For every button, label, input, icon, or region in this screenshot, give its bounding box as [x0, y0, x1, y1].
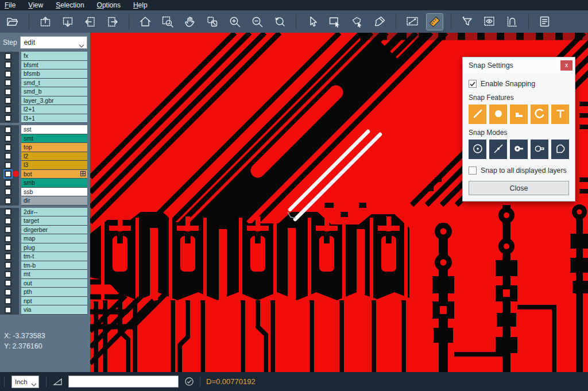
layer-visibility-checkbox[interactable]	[5, 208, 11, 215]
snap-pad-entry-button[interactable]	[510, 140, 528, 159]
layer-name[interactable]: via	[21, 305, 87, 315]
layer-visibility-checkbox[interactable]	[5, 262, 11, 269]
shift-left-button[interactable]	[82, 14, 98, 30]
dialog-close-icon[interactable]: x	[560, 60, 572, 71]
ruler-button[interactable]	[427, 14, 443, 30]
select-rect-button[interactable]	[327, 14, 343, 30]
enable-snapping-checkbox[interactable]	[469, 80, 477, 88]
layer-visibility-checkbox[interactable]	[5, 126, 11, 133]
layer-name[interactable]: out	[21, 279, 87, 288]
layer-name[interactable]: bfsmt	[21, 61, 87, 70]
layer-visibility-checkbox[interactable]	[5, 53, 11, 60]
layer-name[interactable]: smt	[21, 134, 87, 144]
layer-name[interactable]: layer_3.gbr	[21, 96, 87, 106]
layer-name[interactable]: l3	[21, 161, 87, 170]
layer-visibility-checkbox[interactable]	[5, 115, 11, 122]
layer-visibility-checkbox[interactable]	[5, 226, 11, 233]
layer-name[interactable]: 2dir--	[21, 208, 87, 217]
menu-file[interactable]: File	[5, 1, 16, 9]
unit-select[interactable]: Inch	[11, 375, 39, 388]
layer-name[interactable]: fx	[21, 52, 87, 61]
layer-visibility-checkbox[interactable]	[5, 61, 11, 68]
layer-name[interactable]: l3+1	[21, 114, 87, 123]
layer-name[interactable]: tm-t	[21, 252, 87, 261]
layer-visibility-checkbox[interactable]	[5, 79, 11, 86]
all-layers-row[interactable]: Snap to all displayed layers	[469, 167, 569, 175]
snap-pad-exit-button[interactable]	[531, 140, 548, 159]
enable-snapping-row[interactable]: Enable Snapping	[469, 80, 569, 88]
pad-feature-button[interactable]	[489, 104, 507, 124]
layer-grid-icon[interactable]	[80, 171, 86, 176]
menu-options[interactable]: Options	[97, 1, 121, 9]
close-button[interactable]: Close	[469, 181, 569, 195]
layer-visibility-checkbox[interactable]	[5, 244, 11, 251]
layer-name[interactable]: smd_b	[21, 87, 87, 96]
pan-button[interactable]	[182, 14, 198, 30]
layer-visibility-checkbox[interactable]	[5, 171, 11, 177]
layer-visibility-checkbox[interactable]	[5, 71, 11, 78]
layer-name[interactable]: target	[21, 216, 87, 226]
menu-view[interactable]: View	[28, 1, 43, 9]
dialog-title-bar[interactable]: Snap Settings x	[463, 57, 575, 73]
layer-visibility-checkbox[interactable]	[5, 271, 11, 278]
layer-visibility-checkbox[interactable]	[5, 297, 11, 304]
layer-name[interactable]: tm-b	[21, 261, 87, 270]
snap-contour-button[interactable]	[551, 140, 569, 159]
layer-visibility-checkbox[interactable]	[5, 97, 11, 104]
layer-name[interactable]: bfsmb	[21, 69, 87, 79]
layer-visibility-checkbox[interactable]	[5, 218, 11, 224]
menu-help[interactable]: Help	[133, 1, 148, 9]
clean-button[interactable]	[372, 14, 388, 30]
layer-visibility-checkbox[interactable]	[5, 180, 11, 187]
shift-down-button[interactable]	[60, 14, 76, 30]
layer-name[interactable]: ssb	[21, 188, 87, 197]
layer-name[interactable]: dir	[21, 196, 87, 206]
snap-midpoint-button[interactable]	[489, 140, 507, 159]
layer-visibility-checkbox[interactable]	[5, 88, 11, 95]
surface-feature-button[interactable]	[510, 104, 528, 124]
layer-name[interactable]: bot	[21, 170, 87, 179]
home-view-button[interactable]	[137, 14, 153, 30]
layer-name[interactable]: l2+1	[21, 105, 87, 114]
zoom-out-button[interactable]	[249, 14, 265, 30]
layer-visibility-checkbox[interactable]	[5, 135, 11, 142]
shift-right-button[interactable]	[105, 14, 121, 30]
measure-distance-button[interactable]	[404, 14, 420, 30]
layer-name[interactable]: map	[21, 234, 87, 243]
layer-name[interactable]: l2	[21, 152, 87, 161]
layer-visibility-checkbox[interactable]	[5, 289, 11, 296]
move-object-button[interactable]	[204, 14, 220, 30]
arc-feature-button[interactable]	[531, 104, 548, 124]
shift-up-button[interactable]	[37, 14, 53, 30]
open-folder-button[interactable]	[5, 14, 21, 30]
text-feature-button[interactable]	[551, 104, 569, 124]
layer-name[interactable]: smd_t	[21, 79, 87, 88]
layer-name[interactable]: pth	[21, 288, 87, 297]
snap-center-button[interactable]	[469, 140, 486, 159]
layer-visibility-checkbox[interactable]	[5, 198, 11, 204]
layer-name[interactable]: npt	[21, 297, 87, 306]
layer-name[interactable]: plug	[21, 243, 87, 253]
menu-selection[interactable]: Selection	[56, 1, 84, 9]
layer-visibility-checkbox[interactable]	[5, 235, 11, 242]
step-select[interactable]: edit	[20, 36, 87, 49]
select-cursor-button[interactable]	[304, 14, 320, 30]
layer-visibility-checkbox[interactable]	[5, 280, 11, 287]
filter-button[interactable]	[459, 14, 475, 30]
measure-input[interactable]	[68, 375, 179, 388]
layer-name[interactable]: smb	[21, 179, 87, 188]
layer-name[interactable]: mt	[21, 270, 87, 279]
select-polygon-button[interactable]	[349, 14, 365, 30]
apply-check-icon[interactable]	[184, 377, 194, 386]
layer-name[interactable]: sst	[21, 125, 87, 134]
layer-visibility-checkbox[interactable]	[5, 188, 11, 195]
all-layers-checkbox[interactable]	[469, 167, 477, 175]
zoom-in-button[interactable]	[227, 14, 243, 30]
zoom-previous-button[interactable]	[272, 14, 288, 30]
layer-visibility-checkbox[interactable]	[5, 144, 11, 151]
layer-name[interactable]: dirgerber	[21, 226, 87, 235]
layer-visibility-checkbox[interactable]	[5, 307, 11, 313]
line-feature-button[interactable]	[469, 104, 486, 124]
layer-visibility-checkbox[interactable]	[5, 162, 11, 169]
angle-measure-icon[interactable]	[52, 377, 63, 386]
